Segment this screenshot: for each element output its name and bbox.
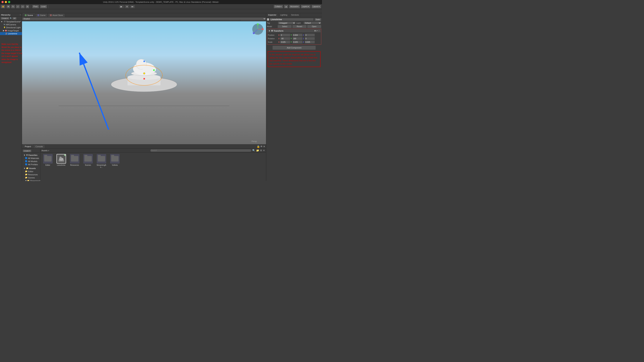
tab-assetstore[interactable]: Asset Store [48, 14, 65, 17]
pivot-dropdown[interactable]: Pivot [32, 5, 39, 9]
tool-scale[interactable]: ⤢ [16, 5, 20, 9]
hierarchy-all-btn[interactable]: All [12, 17, 16, 20]
tab-scene[interactable]: Scene [23, 14, 35, 17]
close-panel-icon[interactable]: ✕ [263, 145, 265, 148]
layers-label: Layers ▾ [302, 6, 309, 8]
tab-console[interactable]: Console [34, 145, 45, 148]
tab-project-label: Project [25, 145, 31, 148]
scale-x-input[interactable]: 0.025 [280, 41, 290, 44]
asset-vuforia[interactable]: Vuforia [109, 154, 121, 168]
all-prefabs[interactable]: 🔵 All Prefabs [23, 163, 40, 166]
scale-z-input[interactable]: 0.025 [305, 41, 315, 44]
transform-component-header[interactable]: ▼ ⊞ Transform ⚙ ↗ ⋮ [267, 29, 321, 33]
transform-options-icon[interactable]: ⚙ ↗ ⋮ [314, 30, 320, 32]
inspector-tab-lighting[interactable]: Lighting [278, 13, 289, 17]
tree-item-directionallight[interactable]: 💡 Directional Light [0, 26, 22, 29]
titlebar: Unity 2018.2.12f1 Personal (64bit) - Tem… [0, 0, 322, 4]
add-component-btn[interactable]: Add Component [272, 46, 316, 50]
transform-body: Position X 0 Y 0.004 Z 0 [267, 33, 321, 45]
collab-dropdown[interactable]: Collab ▾ [274, 5, 283, 9]
shading-dropdown[interactable]: Shaded [22, 17, 266, 20]
model-open-btn[interactable]: Open [307, 25, 321, 28]
scale-z-letter: Z [303, 41, 304, 43]
rotation-row: Rotation X -90 Y 180 Z 0 [268, 37, 320, 40]
asset-scenes[interactable]: Scenes [82, 154, 94, 168]
layout-dropdown[interactable]: Layout ▾ [311, 5, 321, 9]
bottom-panel: Project Console 🔒 👁 ✕ Create ▾ [22, 144, 266, 181]
static-badge[interactable]: Static [314, 18, 321, 21]
tool-transform[interactable]: ⧉ [26, 5, 29, 9]
tree-item-imagetarget[interactable]: ▶ 🎯 ImageTarget [0, 29, 22, 32]
asset-resources[interactable]: Resources [68, 154, 80, 168]
main-layout: Hierarchy ≡ Create ▾ 🔍 All ▼ 🎬 TemplateS… [0, 13, 322, 181]
close-button[interactable] [2, 1, 4, 3]
position-y-input[interactable]: 0.004 [292, 34, 302, 37]
local-dropdown[interactable]: Local [40, 5, 47, 9]
lock-icon[interactable]: 🔒 [257, 145, 260, 148]
folder-shape-3 [84, 156, 92, 162]
minimize-button[interactable] [5, 1, 7, 3]
play-button[interactable]: ▶ [119, 5, 124, 9]
all-models[interactable]: 🔵 All Models [23, 160, 40, 163]
rotation-z-input[interactable]: 0 [305, 37, 315, 40]
asset-streamingassets[interactable]: StreamingAs... [96, 154, 107, 168]
lionshrine-model [109, 42, 179, 94]
resources-asset-label: Resources [70, 164, 79, 166]
folder-streaming-icon: ▼📁 [25, 180, 30, 181]
tree-scenes[interactable]: 📁 Scenes [23, 176, 40, 179]
settings-icon[interactable]: ⚙ [260, 149, 262, 152]
tree-item-lionshrine[interactable]: 🗿 Lionshrine [0, 32, 22, 35]
inspector-tab-inspector[interactable]: Inspector [266, 13, 278, 17]
hierarchy-collapse[interactable]: ≡ [20, 14, 21, 16]
account-dropdown[interactable]: Account ▾ [289, 5, 300, 9]
svg-point-13 [143, 73, 145, 74]
scale-y-input[interactable]: 0.025 [292, 41, 302, 44]
position-x-input[interactable]: 0 [280, 34, 290, 37]
tool-rotate[interactable]: ↻ [11, 5, 15, 9]
close-icon[interactable]: ✕ [263, 149, 265, 152]
tab-project[interactable]: Project [23, 145, 33, 148]
favorites-header[interactable]: ▼ ★ Favorites [23, 153, 40, 157]
layers-dropdown[interactable]: Layers ▾ [301, 5, 310, 9]
streamingassets-folder-icon [97, 154, 106, 164]
all-materials[interactable]: 🔵 All Materials [23, 157, 40, 160]
scene-view[interactable]: Shaded 2D ☀ ♪ ✧ Gizmos ▾ [22, 17, 266, 144]
inspector-tab-services[interactable]: Services [289, 13, 301, 17]
tree-resources[interactable]: 📁 Resources [23, 173, 40, 176]
eye-icon[interactable]: 👁 [260, 145, 263, 148]
scenes-label: Scenes [28, 177, 35, 179]
object-name-input[interactable] [270, 18, 314, 21]
hierarchy-create-btn[interactable]: Create ▾ [1, 17, 9, 20]
maximize-button[interactable] [8, 1, 10, 3]
tool-hand[interactable]: ✋ [1, 5, 6, 9]
tab-game[interactable]: Game [36, 14, 48, 17]
tree-editor[interactable]: 📁 Editor [23, 170, 40, 173]
assets-header[interactable]: ▼ 📁 Assets [23, 167, 40, 170]
svg-text:Z: Z [252, 31, 254, 33]
pause-button[interactable]: ⏸ [124, 5, 130, 9]
cloud-button[interactable]: ☁ [284, 5, 288, 9]
step-button[interactable]: ⏭ [130, 5, 135, 9]
rotation-y-input[interactable]: 180 [292, 37, 302, 40]
asset-lionshrine[interactable]: ▶ Lionshrine [55, 154, 67, 168]
search-icon[interactable]: 🔍 [252, 149, 256, 152]
favorites-label: Favorites [28, 154, 38, 156]
object-enabled-checkbox[interactable] [267, 18, 269, 21]
tool-rect[interactable]: ▭ [20, 5, 25, 9]
folder-icon[interactable]: 📁 [256, 149, 259, 152]
tab-assetstore-label: Asset Store [52, 14, 63, 16]
layer-dropdown[interactable]: Default [304, 22, 321, 25]
position-z-input[interactable]: 0 [305, 34, 315, 37]
project-create-btn[interactable]: Create ▾ [23, 150, 31, 152]
model-select-btn[interactable]: Select [278, 25, 292, 28]
tree-item-arcamera[interactable]: 📷 ARCamera [0, 23, 22, 26]
model-revert-btn[interactable]: Revert [292, 25, 306, 28]
gizmo[interactable]: X Y Z Persp [251, 23, 264, 36]
asset-editor[interactable]: Editor [42, 154, 54, 168]
rotation-x-input[interactable]: -90 [280, 37, 290, 40]
tree-streamingassets[interactable]: ▼📁 StreamingAssets [23, 179, 40, 181]
tag-dropdown[interactable]: Untagged [278, 22, 296, 25]
project-search-input[interactable] [150, 149, 252, 152]
tree-item-templatescene[interactable]: ▼ 🎬 TemplateScene* [0, 20, 22, 23]
tool-move[interactable]: ✥ [6, 5, 10, 9]
